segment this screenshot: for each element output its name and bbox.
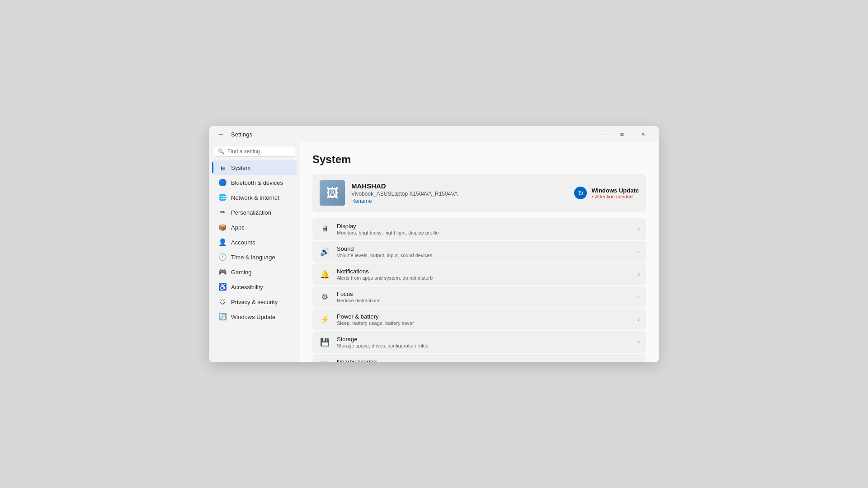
sidebar-label-personalization: Personalization [231,209,271,216]
settings-row-nearby[interactable]: 📡 Nearby sharing Discoverability, receiv… [312,354,646,362]
sidebar-item-privacy[interactable]: 🛡 Privacy & security [212,295,297,309]
profile-card: 🖼 MAHSHAD Vivobook_ASUSLaptop X1504VA_R1… [312,174,646,212]
update-icon: ↻ [574,187,587,199]
time-icon: 🕐 [218,253,226,261]
sound-chevron: › [638,249,640,255]
update-nav-icon: 🔄 [218,313,226,321]
sidebar-item-gaming[interactable]: 🎮 Gaming [212,265,297,279]
sidebar-label-gaming: Gaming [231,269,252,276]
notifications-label: Notifications [337,268,632,275]
window-title: Settings [231,131,252,138]
settings-row-display[interactable]: 🖥 Display Monitors, brightness, night li… [312,218,646,240]
power-chevron: › [638,316,640,323]
sidebar-item-accounts[interactable]: 👤 Accounts [212,235,297,249]
settings-window: ← Settings — ⧉ ✕ 🔍 🖥 System 🔵 Bluetooth … [209,126,659,362]
settings-row-sound[interactable]: 🔊 Sound Volume levels, output, input, so… [312,241,646,263]
focus-label: Focus [337,291,632,297]
sidebar-label-apps: Apps [231,224,245,231]
settings-row-focus[interactable]: ⚙ Focus Reduce distractions › [312,286,646,308]
notifications-text: Notifications Alerts from apps and syste… [337,268,632,281]
sidebar-label-time: Time & language [231,254,275,261]
rename-button[interactable]: Rename [351,198,568,204]
sidebar: 🔍 🖥 System 🔵 Bluetooth & devices 🌐 Netwo… [209,142,300,362]
update-title: Windows Update [591,187,639,194]
nearby-icon: 📡 [319,359,330,362]
sidebar-item-accessibility[interactable]: ♿ Accessibility [212,280,297,294]
settings-list: 🖥 Display Monitors, brightness, night li… [312,218,646,362]
network-icon: 🌐 [218,193,226,202]
personalization-icon: ✏ [218,208,226,216]
storage-chevron: › [638,339,640,345]
titlebar-left: ← Settings [215,128,252,141]
avatar: 🖼 [320,180,345,206]
sound-text: Sound Volume levels, output, input, soun… [337,245,632,258]
profile-device: Vivobook_ASUSLaptop X1504VA_R1504VA [351,191,568,197]
focus-icon: ⚙ [319,291,330,303]
sidebar-item-time[interactable]: 🕐 Time & language [212,250,297,264]
sidebar-item-windowsupdate[interactable]: 🔄 Windows Update [212,310,297,324]
main-content: System 🖼 MAHSHAD Vivobook_ASUSLaptop X15… [300,142,659,362]
settings-row-storage[interactable]: 💾 Storage Storage space, drives, configu… [312,331,646,353]
sound-label: Sound [337,245,632,252]
notifications-chevron: › [638,271,640,277]
nearby-label: Nearby sharing [337,358,632,362]
storage-label: Storage [337,336,632,343]
power-icon: ⚡ [319,314,330,325]
settings-row-notifications[interactable]: 🔔 Notifications Alerts from apps and sys… [312,263,646,285]
focus-text: Focus Reduce distractions [337,291,632,303]
sidebar-item-system[interactable]: 🖥 System [212,160,297,175]
sidebar-label-accessibility: Accessibility [231,284,263,291]
search-box[interactable]: 🔍 [214,146,295,157]
display-icon: 🖥 [319,223,330,235]
sidebar-label-system: System [231,164,250,171]
storage-desc: Storage space, drives, configuration rul… [337,343,632,348]
notifications-icon: 🔔 [319,268,330,280]
avatar-image: 🖼 [326,186,339,201]
sound-desc: Volume levels, output, input, sound devi… [337,253,632,258]
profile-name: MAHSHAD [351,182,568,190]
power-desc: Sleep, battery usage, battery saver [337,320,632,326]
sidebar-label-bluetooth: Bluetooth & devices [231,179,283,186]
content-area: 🔍 🖥 System 🔵 Bluetooth & devices 🌐 Netwo… [209,142,659,362]
gaming-icon: 🎮 [218,268,226,276]
accessibility-icon: ♿ [218,283,226,291]
back-button[interactable]: ← [215,128,227,141]
display-label: Display [337,223,632,230]
update-widget[interactable]: ↻ Windows Update Attention needed [574,187,639,199]
sidebar-label-accounts: Accounts [231,239,255,246]
sidebar-item-apps[interactable]: 📦 Apps [212,220,297,235]
accounts-icon: 👤 [218,238,226,246]
power-label: Power & battery [337,313,632,320]
nearby-text: Nearby sharing Discoverability, received… [337,358,632,362]
privacy-icon: 🛡 [218,298,226,306]
update-subtitle: Attention needed [591,194,639,199]
sidebar-label-network: Network & internet [231,194,279,201]
titlebar: ← Settings — ⧉ ✕ [209,126,659,142]
maximize-button[interactable]: ⧉ [612,127,632,141]
window-controls: — ⧉ ✕ [591,127,653,141]
sidebar-label-privacy: Privacy & security [231,299,278,305]
sidebar-item-personalization[interactable]: ✏ Personalization [212,205,297,220]
focus-desc: Reduce distractions [337,298,632,303]
system-icon: 🖥 [218,164,226,172]
settings-row-power[interactable]: ⚡ Power & battery Sleep, battery usage, … [312,309,646,330]
nearby-chevron: › [638,361,640,362]
display-text: Display Monitors, brightness, night ligh… [337,223,632,235]
sidebar-item-bluetooth[interactable]: 🔵 Bluetooth & devices [212,175,297,190]
update-text: Windows Update Attention needed [591,187,639,199]
focus-chevron: › [638,294,640,300]
power-text: Power & battery Sleep, battery usage, ba… [337,313,632,326]
sound-icon: 🔊 [319,246,330,258]
search-input[interactable] [227,148,291,155]
storage-icon: 💾 [319,336,330,348]
minimize-button[interactable]: — [591,127,612,141]
close-button[interactable]: ✕ [632,127,653,141]
storage-text: Storage Storage space, drives, configura… [337,336,632,348]
display-desc: Monitors, brightness, night light, displ… [337,230,632,235]
search-icon: 🔍 [218,148,225,155]
profile-info: MAHSHAD Vivobook_ASUSLaptop X1504VA_R150… [351,182,568,204]
display-chevron: › [638,226,640,232]
bluetooth-icon: 🔵 [218,178,226,187]
sidebar-item-network[interactable]: 🌐 Network & internet [212,190,297,205]
page-title: System [312,153,646,166]
